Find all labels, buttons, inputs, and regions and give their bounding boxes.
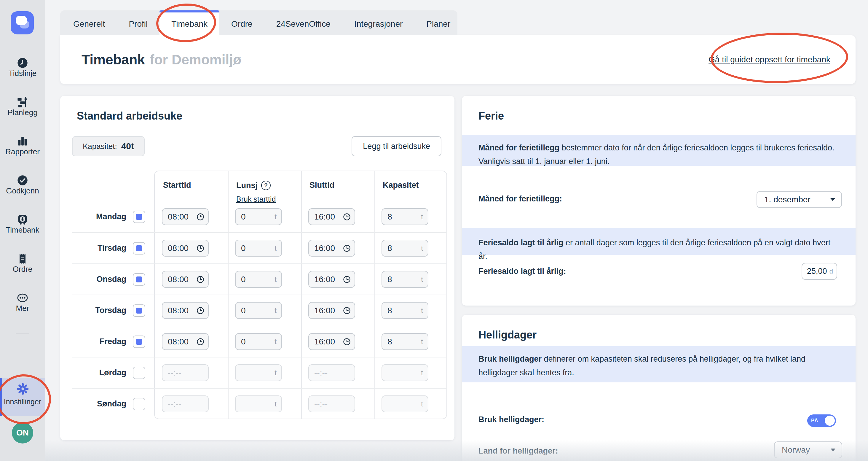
selected-country: Norway xyxy=(782,445,810,455)
day-checkbox[interactable] xyxy=(133,273,145,286)
lunch-input[interactable]: 0 t xyxy=(235,208,282,225)
starttime-input[interactable]: --:-- xyxy=(162,364,209,381)
holidays-info: Bruk helligdager definerer om kapasitete… xyxy=(462,346,856,382)
starttime-input[interactable]: 08:00 xyxy=(162,302,209,319)
page-header-card: Timebank for Demomiljø Gå til guidet opp… xyxy=(60,35,856,84)
hour-unit: t xyxy=(275,307,277,315)
starttime-input[interactable]: --:-- xyxy=(162,396,209,412)
clock-icon xyxy=(17,57,28,69)
clock-icon xyxy=(343,244,351,253)
sidebar-item-planlegg[interactable]: Planlegg xyxy=(0,96,45,116)
starttime-input[interactable]: 08:00 xyxy=(162,333,209,350)
hour-unit: t xyxy=(421,338,423,346)
endtime-input[interactable]: 16:00 xyxy=(308,271,355,288)
lunch-input[interactable]: t xyxy=(235,396,282,412)
hour-unit: t xyxy=(275,369,277,377)
info-bold: Måned for ferietillegg xyxy=(478,143,559,152)
endtime-input[interactable]: 16:00 xyxy=(308,302,355,319)
day-label: Tirsdag xyxy=(97,243,126,253)
receipt-icon xyxy=(17,253,28,265)
lunch-input[interactable]: 0 t xyxy=(235,271,282,288)
endtime-input[interactable]: 16:00 xyxy=(308,333,355,350)
day-label: Søndag xyxy=(97,399,126,408)
vacation-saldo-label: Feriesaldo lagt til årlig: xyxy=(478,267,566,276)
tab-generelt[interactable]: Generelt xyxy=(61,10,117,35)
tab-24sevenoffice[interactable]: 24SevenOffice xyxy=(265,10,342,35)
day-checkbox[interactable] xyxy=(133,305,145,317)
sidebar-item-mer[interactable]: Mer xyxy=(0,292,45,312)
holidays-country-label: Land for helligdager: xyxy=(478,446,558,456)
vacation-card: Ferie Måned for ferietillegg bestemmer d… xyxy=(462,96,856,306)
holidays-card: Helligdager Bruk helligdager definerer o… xyxy=(462,315,856,461)
page-title: Timebank xyxy=(82,52,145,68)
vacation-saldo-input[interactable]: 25,00 d xyxy=(802,263,837,280)
day-label: Lørdag xyxy=(99,368,127,377)
holidays-title: Helligdager xyxy=(478,329,536,341)
day-checkbox[interactable] xyxy=(133,367,145,379)
endtime-input[interactable]: --:-- xyxy=(308,364,355,381)
capacity-input[interactable]: t xyxy=(381,396,428,412)
sidebar-item-innstillinger[interactable]: Innstillinger xyxy=(0,378,45,416)
page-subtitle: for Demomiljø xyxy=(150,52,241,68)
clock-icon xyxy=(343,338,351,346)
capacity-input[interactable]: 8 t xyxy=(381,240,428,257)
bar-chart-icon xyxy=(17,135,28,147)
clock-icon xyxy=(196,307,205,315)
use-holidays-toggle[interactable]: PÅ xyxy=(807,414,836,427)
hour-unit: t xyxy=(275,275,277,284)
sidebar-item-tidslinje[interactable]: Tidslinje xyxy=(0,57,45,77)
day-label: Torsdag xyxy=(95,306,126,315)
hour-unit: t xyxy=(421,275,423,284)
sidebar-item-ordre[interactable]: Ordre xyxy=(0,253,45,272)
col-header-lunsj: Lunsj ? Bruk starttid xyxy=(227,171,301,201)
starttime-input[interactable]: 08:00 xyxy=(162,240,209,257)
day-checkbox[interactable] xyxy=(133,398,145,410)
lunch-input[interactable]: 0 t xyxy=(235,302,282,319)
help-icon[interactable]: ? xyxy=(261,181,271,190)
app-logo[interactable] xyxy=(11,11,34,34)
sidebar-divider xyxy=(16,334,29,334)
hour-unit: t xyxy=(421,213,423,221)
clock-icon xyxy=(343,213,351,221)
settings-tabbar: GenereltProfilTimebankOrdre24SevenOffice… xyxy=(60,10,458,35)
tab-ordre[interactable]: Ordre xyxy=(219,10,265,35)
logo-shape xyxy=(20,20,29,28)
capacity-input[interactable]: t xyxy=(381,364,428,381)
tab-planer[interactable]: Planer xyxy=(414,10,462,35)
col-header-starttid: Starttid xyxy=(154,171,227,201)
vacation-month-info: Måned for ferietillegg bestemmer dato fo… xyxy=(462,135,856,166)
guided-setup-link[interactable]: Gå til guidet oppsett for timebank xyxy=(709,35,830,84)
endtime-input[interactable]: 16:00 xyxy=(308,208,355,225)
lunch-input[interactable]: 0 t xyxy=(235,333,282,350)
endtime-input[interactable]: --:-- xyxy=(308,396,355,412)
day-checkbox[interactable] xyxy=(133,242,145,255)
capacity-input[interactable]: 8 t xyxy=(381,302,428,319)
tab-profil[interactable]: Profil xyxy=(117,10,159,35)
day-checkbox[interactable] xyxy=(133,211,145,223)
capacity-input[interactable]: 8 t xyxy=(381,208,428,225)
capacity-input[interactable]: 8 t xyxy=(381,333,428,350)
holidays-country-select[interactable]: Norway xyxy=(774,441,842,458)
vacation-month-select[interactable]: 1. desember xyxy=(756,191,842,208)
lunch-input[interactable]: t xyxy=(235,364,282,381)
starttime-input[interactable]: 08:00 xyxy=(162,271,209,288)
sidebar-item-timebank[interactable]: Timebank xyxy=(0,213,45,233)
capacity-input[interactable]: 8 t xyxy=(381,271,428,288)
tab-timebank[interactable]: Timebank xyxy=(159,10,219,35)
endtime-input[interactable]: 16:00 xyxy=(308,240,355,257)
sidebar-item-godkjenn[interactable]: Godkjenn xyxy=(0,174,45,194)
tab-integrasjoner[interactable]: Integrasjoner xyxy=(342,10,414,35)
avatar[interactable]: ON xyxy=(12,422,33,443)
sidebar: Tidslinje Planlegg Rapporter Godkjenn Ti… xyxy=(0,0,45,461)
starttime-input[interactable]: 08:00 xyxy=(162,208,209,225)
clock-icon xyxy=(196,244,205,253)
day-label: Onsdag xyxy=(96,275,126,284)
hour-unit: t xyxy=(421,400,423,408)
sidebar-item-label: Innstillinger xyxy=(0,398,45,406)
add-workweek-button[interactable]: Legg til arbeidsuke xyxy=(351,136,441,156)
day-checkbox[interactable] xyxy=(133,336,145,348)
toggle-knob xyxy=(825,415,835,426)
lunch-input[interactable]: 0 t xyxy=(235,240,282,257)
info-bold: Bruk helligdager xyxy=(478,354,541,364)
sidebar-item-rapporter[interactable]: Rapporter xyxy=(0,135,45,155)
